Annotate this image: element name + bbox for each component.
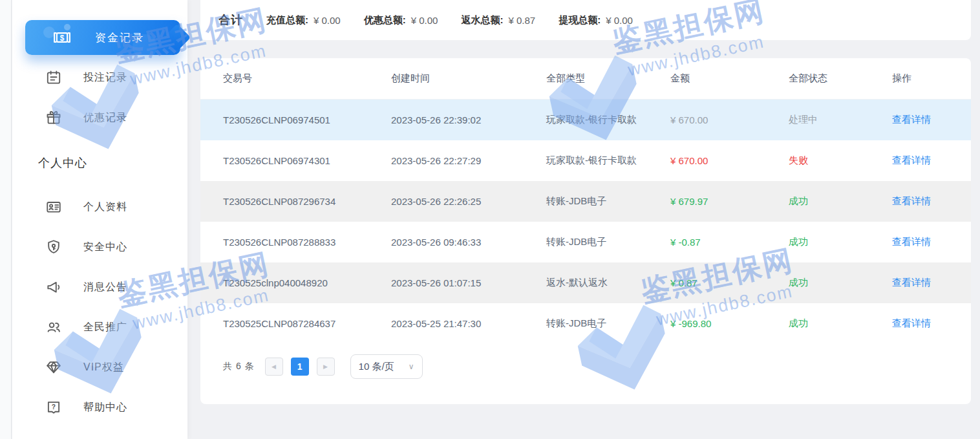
summary-stats: 充值总额: ¥ 0.00 优惠总额: ¥ 0.00 返水总额: ¥ 0.87 提… [266,14,633,27]
cell-created-time: 2023-05-26 22:26:25 [391,196,546,207]
table-header-row: 交易号创建时间全部类型金额全部状态操作 [200,58,971,100]
sidebar-item-label: VIP权益 [83,361,124,374]
cell-transaction-id: T230526CLNP087288833 [223,237,391,248]
shield-key-icon [45,238,63,256]
transactions-card: 交易号创建时间全部类型金额全部状态操作 T230526CLNP06974501 … [200,58,971,404]
sidebar-item-wallet[interactable]: 我的钱包 [12,0,187,8]
cell-type: 玩家取款-银行卡取款 [546,155,670,167]
help-book-icon [45,398,63,416]
cell-created-time: 2023-05-25 21:47:30 [391,318,546,329]
sidebar-item-gift[interactable]: 优惠记录 [12,102,187,133]
header-cell: 交易号 [223,72,391,85]
cell-type: 转账-JDB电子 [546,236,670,248]
cell-created-time: 2023-05-26 01:07:15 [391,277,546,288]
id-card-icon [45,198,63,216]
cell-action: 查看详情 [892,277,948,289]
header-cell: 金额 [670,72,789,85]
sidebar-item-help-book[interactable]: 帮助中心 [12,392,187,423]
prev-page-button[interactable]: ◀ [265,358,283,376]
stat-label: 提现总额: [559,14,601,27]
prev-arrow-icon: ◀ [272,363,276,370]
cell-type: 转账-JDB电子 [546,317,670,330]
page-size-value: 10 条/页 [359,361,394,373]
wallet-icon [45,0,63,1]
cell-amount: ¥ 0.87 [670,277,789,288]
table-body: T230526CLNP06974501 2023-05-26 22:39:02 … [200,100,971,344]
sidebar-item-megaphone[interactable]: 消息公告 [12,272,187,303]
sidebar-item-bet-record[interactable]: 投注记录 [12,62,187,93]
cell-status: 成功 [789,195,892,208]
header-cell: 创建时间 [391,72,546,85]
sidebar-item-people[interactable]: 全民推广 [12,312,187,343]
table-row[interactable]: T230526CLNP06974501 2023-05-26 22:39:02 … [200,100,971,140]
sidebar: 我的钱包 资金记录 投注记录 优惠记录 个人中心 个人资料 安全中心 消息公告 [12,0,187,439]
cell-amount: ¥ 679.97 [670,196,789,207]
sidebar-item-label: 投注记录 [83,71,127,85]
money-record-icon [52,28,72,47]
diamond-icon [45,358,63,376]
view-details-link[interactable]: 查看详情 [892,236,931,247]
sidebar-item-diamond[interactable]: VIP权益 [12,352,187,383]
cell-action: 查看详情 [892,317,948,330]
view-details-link[interactable]: 查看详情 [892,317,931,328]
page-size-select[interactable]: 10 条/页 ∨ [350,354,423,379]
cell-transaction-id: T230526CLNP087296734 [223,196,391,207]
table-row[interactable]: T230525clnp040048920 2023-05-26 01:07:15… [200,262,971,303]
cell-amount: ¥ 670.00 [670,155,789,166]
view-details-link[interactable]: 查看详情 [892,155,931,166]
cell-status: 成功 [789,317,892,330]
table-row[interactable]: T230526CLNP087296734 2023-05-26 22:26:25… [200,181,971,222]
table-row[interactable]: T230525CLNP087284637 2023-05-25 21:47:30… [200,303,971,344]
chevron-down-icon: ∨ [409,362,414,371]
view-details-link[interactable]: 查看详情 [892,277,931,288]
cell-action: 查看详情 [892,236,948,248]
summary-stat: 提现总额: ¥ 0.00 [559,14,633,27]
megaphone-icon [45,278,63,296]
sidebar-item-fund-records-active[interactable]: 资金记录 [25,20,180,55]
cell-action: 查看详情 [892,155,948,167]
view-details-link[interactable]: 查看详情 [892,195,931,206]
header-cell: 操作 [892,72,948,85]
cell-amount: ¥ 670.00 [670,114,789,125]
sidebar-item-label: 资金记录 [95,30,144,45]
header-cell: 全部类型 [546,72,670,85]
cell-created-time: 2023-05-26 22:27:29 [391,155,546,166]
current-page-button[interactable]: 1 [291,358,309,376]
stat-value: ¥ 0.00 [314,15,341,26]
stat-value: ¥ 0.87 [508,15,535,26]
bet-record-icon [45,69,63,87]
cell-amount: ¥ -969.80 [670,318,789,329]
next-arrow-icon: ▶ [323,363,328,370]
stat-label: 充值总额: [266,14,308,27]
summary-stat: 优惠总额: ¥ 0.00 [364,14,438,27]
sidebar-item-id-card[interactable]: 个人资料 [12,191,187,222]
cell-type: 转账-JDB电子 [546,195,670,208]
cell-status: 成功 [789,277,892,289]
sidebar-item-shield-key[interactable]: 安全中心 [12,231,187,262]
cell-transaction-id: T230525CLNP087284637 [223,318,391,329]
table-row[interactable]: T230526CLNP087288833 2023-05-26 09:46:33… [200,222,971,262]
cell-status: 失败 [789,155,892,167]
sidebar-item-label: 个人资料 [83,200,127,214]
stat-label: 优惠总额: [364,14,406,27]
sidebar-item-label: 全民推广 [83,321,127,334]
header-cell: 全部状态 [789,72,892,85]
cell-created-time: 2023-05-26 22:39:02 [391,114,546,125]
cell-transaction-id: T230525clnp040048920 [223,277,391,288]
cell-type: 玩家取款-银行卡取款 [546,114,670,126]
cell-action: 查看详情 [892,114,948,126]
cell-status: 处理中 [789,114,892,126]
view-details-link[interactable]: 查看详情 [892,114,931,125]
fund-records-page: 我的钱包 资金记录 投注记录 优惠记录 个人中心 个人资料 安全中心 消息公告 [0,0,980,439]
cell-transaction-id: T230526CLNP06974501 [223,114,391,125]
summary-title: 合计 [218,12,243,28]
cell-transaction-id: T230526CLNP06974301 [223,155,391,166]
next-page-button[interactable]: ▶ [317,358,335,376]
stat-value: ¥ 0.00 [606,15,633,26]
cell-status: 成功 [789,236,892,248]
pagination: 共 6 条 ◀ 1 ▶ 10 条/页 ∨ [223,354,971,379]
table-row[interactable]: T230526CLNP06974301 2023-05-26 22:27:29 … [200,140,971,181]
sidebar-item-label: 消息公告 [83,281,127,294]
stat-value: ¥ 0.00 [411,15,438,26]
people-icon [45,318,63,336]
